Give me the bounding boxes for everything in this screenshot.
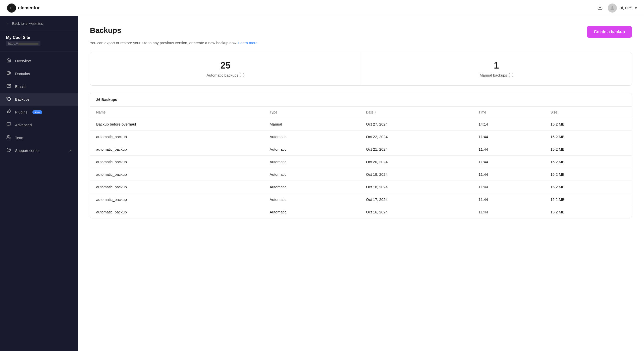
automatic-label: Automatic backups i <box>96 73 355 77</box>
sidebar-item-domains[interactable]: Domains <box>0 67 78 80</box>
mail-icon <box>6 84 12 89</box>
backup-type: Automatic <box>264 206 360 218</box>
svg-point-1 <box>611 6 613 8</box>
create-backup-button[interactable]: Create a backup <box>587 26 632 38</box>
backup-name: automatic_backup <box>90 143 264 156</box>
external-link-icon: ↗ <box>69 149 72 152</box>
backup-name: automatic_backup <box>90 156 264 168</box>
backup-name: Backup before overhaul <box>90 118 264 131</box>
arrow-left-icon: ← <box>6 22 10 26</box>
table-row[interactable]: automatic_backup Automatic Oct 22, 2024 … <box>90 131 632 143</box>
home-icon <box>6 58 12 64</box>
backup-size: 15.2 MB <box>544 168 632 181</box>
backup-size: 15.2 MB <box>544 206 632 218</box>
backup-size: 15.2 MB <box>544 156 632 168</box>
backup-time: 11:44 <box>472 143 544 156</box>
logo-text: elementor <box>18 5 40 11</box>
page-title: Backups <box>90 26 121 35</box>
site-info: My Cool Site https:// <box>0 30 78 51</box>
support-icon <box>6 148 12 153</box>
main-content: Backups Create a backup You can export o… <box>78 16 644 351</box>
site-name: My Cool Site <box>6 35 72 40</box>
sidebar-item-advanced-label: Advanced <box>15 123 32 127</box>
automatic-count: 25 <box>96 60 355 71</box>
sidebar-item-team-label: Team <box>15 136 24 140</box>
layout: ← Back to all websites My Cool Site http… <box>0 16 644 351</box>
logo[interactable]: E elementor <box>7 4 40 13</box>
backup-icon <box>6 96 12 102</box>
backup-name: automatic_backup <box>90 181 264 193</box>
table-row[interactable]: automatic_backup Automatic Oct 18, 2024 … <box>90 181 632 193</box>
backup-name: automatic_backup <box>90 206 264 218</box>
site-url: https:// <box>6 41 40 46</box>
table-row[interactable]: automatic_backup Automatic Oct 20, 2024 … <box>90 156 632 168</box>
backup-date: Oct 21, 2024 <box>360 143 472 156</box>
table-row[interactable]: automatic_backup Automatic Oct 16, 2024 … <box>90 206 632 218</box>
table-row[interactable]: automatic_backup Automatic Oct 19, 2024 … <box>90 168 632 181</box>
sidebar-item-backups-label: Backups <box>15 97 30 101</box>
sidebar-item-emails[interactable]: Emails <box>0 80 78 93</box>
backup-time: 11:44 <box>472 156 544 168</box>
backups-section: 26 Backups Name Type Date ↓ Time <box>90 93 632 218</box>
backup-time: 14:14 <box>472 118 544 131</box>
sort-icon[interactable]: ↓ <box>374 110 376 114</box>
sidebar-item-team[interactable]: Team <box>0 131 78 144</box>
sidebar-item-overview[interactable]: Overview <box>0 54 78 67</box>
team-icon <box>6 135 12 141</box>
backup-date: Oct 17, 2024 <box>360 193 472 206</box>
table-row[interactable]: automatic_backup Automatic Oct 17, 2024 … <box>90 193 632 206</box>
learn-more-link[interactable]: Learn more <box>238 41 258 45</box>
backup-type: Automatic <box>264 181 360 193</box>
stat-automatic: 25 Automatic backups i <box>90 52 361 85</box>
backup-size: 15.2 MB <box>544 143 632 156</box>
backup-date: Oct 27, 2024 <box>360 118 472 131</box>
globe-icon <box>6 71 12 77</box>
backup-size: 15.2 MB <box>544 193 632 206</box>
svg-point-10 <box>8 135 9 137</box>
sidebar-item-advanced[interactable]: Advanced <box>0 119 78 131</box>
backup-date: Oct 20, 2024 <box>360 156 472 168</box>
plugins-new-badge: New <box>32 110 42 114</box>
backup-date: Oct 19, 2024 <box>360 168 472 181</box>
backup-type: Automatic <box>264 168 360 181</box>
back-to-websites[interactable]: ← Back to all websites <box>0 16 78 30</box>
backups-header: 26 Backups <box>90 93 632 107</box>
backup-time: 11:44 <box>472 193 544 206</box>
page-header: Backups Create a backup <box>90 26 632 38</box>
backup-type: Automatic <box>264 193 360 206</box>
stats-row: 25 Automatic backups i 1 Manual backups … <box>90 52 632 86</box>
sidebar-item-plugins-label: Plugins <box>15 110 27 114</box>
logo-icon: E <box>7 4 16 13</box>
automatic-info-icon[interactable]: i <box>240 73 244 77</box>
page-description: You can export or restore your site to a… <box>90 41 632 45</box>
backup-name: automatic_backup <box>90 168 264 181</box>
table-row[interactable]: Backup before overhaul Manual Oct 27, 20… <box>90 118 632 131</box>
backup-size: 15.2 MB <box>544 181 632 193</box>
sidebar-item-overview-label: Overview <box>15 59 31 63</box>
backup-time: 11:44 <box>472 168 544 181</box>
backups-count: 26 Backups <box>96 97 117 102</box>
topbar: E elementor Hi, Cliff! ▾ <box>0 0 644 16</box>
sidebar-item-plugins[interactable]: Plugins New <box>0 106 78 119</box>
col-time: Time <box>472 107 544 118</box>
user-menu[interactable]: Hi, Cliff! ▾ <box>608 4 637 13</box>
backup-type: Manual <box>264 118 360 131</box>
col-date: Date ↓ <box>360 107 472 118</box>
back-label: Back to all websites <box>12 22 43 26</box>
sidebar-item-backups[interactable]: Backups <box>0 93 78 106</box>
col-type: Type <box>264 107 360 118</box>
backup-name: automatic_backup <box>90 193 264 206</box>
table-row[interactable]: automatic_backup Automatic Oct 21, 2024 … <box>90 143 632 156</box>
backup-size: 15.2 MB <box>544 131 632 143</box>
backup-size: 15.2 MB <box>544 118 632 131</box>
advanced-icon <box>6 122 12 128</box>
col-name: Name <box>90 107 264 118</box>
backup-time: 11:44 <box>472 181 544 193</box>
download-icon[interactable] <box>597 5 603 11</box>
backup-type: Automatic <box>264 156 360 168</box>
manual-info-icon[interactable]: i <box>509 73 513 77</box>
avatar <box>608 4 617 13</box>
sidebar-item-support[interactable]: Support center ↗ <box>0 144 78 157</box>
user-greeting: Hi, Cliff! <box>619 6 632 10</box>
backups-table: Name Type Date ↓ Time Size Backup <box>90 107 632 218</box>
